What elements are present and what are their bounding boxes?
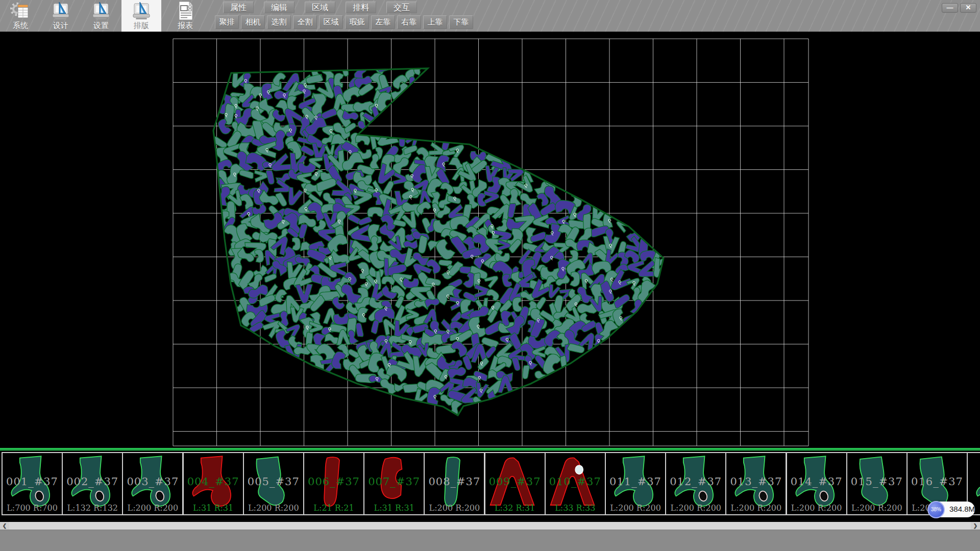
scroll-right-arrow[interactable]: ❯ [971, 522, 980, 530]
tool-align-bottom[interactable]: 下靠 [449, 15, 473, 29]
piece-id: 014_#37 [787, 475, 846, 488]
menu-region[interactable]: 区域 [305, 2, 335, 13]
tool-align-left[interactable]: 左靠 [371, 15, 395, 29]
piece-lr-count: L:200 R:200 [244, 503, 303, 513]
piece-id: 002_#37 [63, 475, 122, 488]
tab-report[interactable]: 报表 [165, 0, 205, 32]
menu-interact[interactable]: 交互 [386, 2, 417, 13]
thumbnail-002_#37[interactable]: 002_#37L:132 R:132 [62, 452, 123, 515]
nesting-icon [131, 1, 152, 21]
piece-lr-count: L:200 R:200 [666, 503, 725, 513]
thumbnail-010_#37[interactable]: 010_#37L:33 R:33 [545, 452, 606, 515]
memory-usage: 384.8M [949, 505, 975, 513]
piece-id: 0 [968, 475, 980, 488]
scroll-left-arrow[interactable]: ❮ [0, 522, 9, 530]
piece-lr-count: L:200 R:200 [787, 503, 846, 513]
thumbnail-001_#37[interactable]: 001_#37L:700 R:700 [2, 452, 63, 515]
menu-properties[interactable]: 属性 [223, 2, 254, 13]
piece-id: 005_#37 [244, 475, 303, 488]
minimize-button[interactable]: — [942, 3, 958, 13]
piece-lr-count: L:33 R:33 [546, 503, 605, 513]
design-icon [51, 1, 71, 21]
thumbnail-012_#37[interactable]: 012_#37L:200 R:200 [665, 452, 726, 515]
piece-lr-count: L:200 R:200 [847, 503, 906, 513]
thumbnail-013_#37[interactable]: 013_#37L:200 R:200 [725, 452, 787, 515]
piece-lr-count: L:200 R:200 [123, 503, 182, 513]
close-button[interactable]: ✕ [960, 3, 976, 13]
piece-id: 001_#37 [3, 475, 62, 488]
tab-label: 设计 [41, 21, 81, 31]
tab-system[interactable]: 系统 [1, 0, 40, 32]
tab-label: 系统 [1, 21, 40, 31]
piece-id: 010_#37 [546, 475, 605, 488]
thumbnail-011_#37[interactable]: 011_#37L:200 R:200 [605, 452, 666, 515]
thumbnail-005_#37[interactable]: 005_#37L:200 R:200 [243, 452, 304, 515]
piece-lr-count: L:200 R:200 [606, 503, 665, 513]
thumbnail-004_#37[interactable]: 004_#37L:31 R:31 [183, 452, 244, 515]
menu-nesting[interactable]: 排料 [346, 2, 376, 13]
piece-lr-count: L:31 R:31 [364, 503, 424, 513]
piece-id: 016_#37 [908, 475, 967, 488]
piece-lr-count: L:132 R:132 [63, 503, 122, 513]
thumbnail-014_#37[interactable]: 014_#37L:200 R:200 [786, 452, 847, 515]
tool-align-top[interactable]: 上靠 [423, 15, 447, 29]
report-icon [175, 1, 195, 21]
piece-id: 012_#37 [666, 475, 725, 488]
piece-lr-count: L:21 R:21 [304, 503, 363, 513]
piece-id: 008_#37 [425, 475, 484, 488]
piece-id: 015_#37 [847, 475, 906, 488]
tool-align-right[interactable]: 右靠 [397, 15, 421, 29]
piece-lr-count: L:700 R:700 [3, 503, 62, 513]
piece-id: 006_#37 [304, 475, 363, 488]
application-window: 系统设计设置排版报表 属性编辑区域排料交互 聚排相机选割全割区域瑕疵左靠右靠上靠… [0, 0, 980, 551]
piece-lr-count: L:31 R:31 [184, 503, 243, 513]
thumbnail-003_#37[interactable]: 003_#37L:200 R:200 [122, 452, 183, 515]
nesting-canvas[interactable] [0, 32, 980, 448]
piece-thumbnail-strip: 001_#37L:700 R:700002_#37L:132 R:132003_… [0, 450, 980, 522]
tool-region[interactable]: 区域 [319, 15, 343, 29]
tool-camera[interactable]: 相机 [241, 15, 265, 29]
thumbnail-007_#37[interactable]: 007_#37L:31 R:31 [363, 452, 425, 515]
piece-id: 013_#37 [726, 475, 786, 488]
piece-id: 004_#37 [184, 475, 243, 488]
piece-id: 003_#37 [123, 475, 182, 488]
tool-defect[interactable]: 瑕疵 [345, 15, 369, 29]
piece-id: 007_#37 [364, 475, 424, 488]
thumbnail-006_#37[interactable]: 006_#37L:21 R:21 [303, 452, 364, 515]
progress-badge: 38% [927, 501, 945, 518]
scrollbar-thumb[interactable] [9, 522, 971, 530]
settings-icon [91, 1, 111, 21]
tab-settings[interactable]: 设置 [81, 0, 121, 32]
piece-id: 009_#37 [485, 475, 545, 488]
thumbnail-009_#37[interactable]: 009_#37L:32 R:31 [484, 452, 546, 515]
piece-lr-count: L:32 R:31 [485, 503, 545, 513]
piece-lr-count: L:200 R:200 [425, 503, 484, 513]
tab-label: 报表 [165, 21, 205, 31]
tool-cluster-nest[interactable]: 聚排 [215, 15, 239, 29]
toolbar: 系统设计设置排版报表 属性编辑区域排料交互 聚排相机选割全割区域瑕疵左靠右靠上靠… [0, 0, 980, 32]
h-scrollbar[interactable]: ❮ ❯ [0, 522, 980, 530]
tab-design[interactable]: 设计 [41, 0, 81, 32]
thumbnail-015_#37[interactable]: 015_#37L:200 R:200 [846, 452, 908, 515]
piece-id: 011_#37 [606, 475, 665, 488]
piece-lr-count: L:200 R:200 [726, 503, 786, 513]
progress-percent: 38% [931, 507, 941, 512]
tab-nesting[interactable]: 排版 [121, 0, 161, 32]
tool-select-cut[interactable]: 选割 [267, 15, 291, 29]
menu-edit[interactable]: 编辑 [264, 2, 295, 13]
system-icon [10, 1, 31, 21]
thumbnail-008_#37[interactable]: 008_#37L:200 R:200 [424, 452, 485, 515]
tab-label: 设置 [81, 21, 121, 31]
tab-label: 排版 [121, 21, 161, 31]
status-bar [0, 530, 980, 551]
tool-cut-all[interactable]: 全割 [293, 15, 317, 29]
